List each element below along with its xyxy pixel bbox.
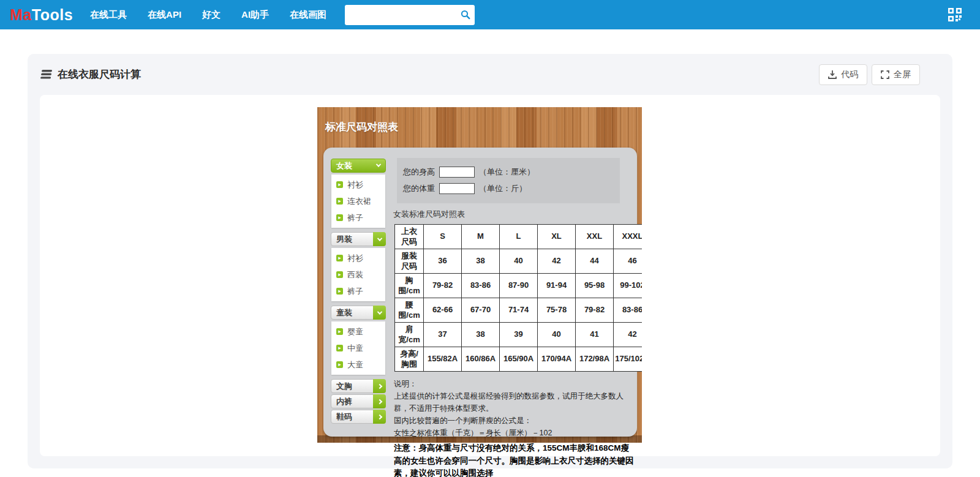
code-button-label: 代码 <box>841 69 858 80</box>
arrow-icon: ▸ <box>336 198 343 205</box>
sidebar-item-men-pants[interactable]: ▸裤子 <box>331 283 385 299</box>
page-title: 在线衣服尺码计算 <box>58 67 141 81</box>
table-cell: 42 <box>614 323 643 347</box>
sidebar-item-kids-big[interactable]: ▸大童 <box>331 356 385 373</box>
sidebar-head-underwear[interactable]: 内裤 <box>331 394 386 408</box>
site-logo[interactable]: MaTools <box>10 6 73 24</box>
table-cell: 79-82 <box>424 274 462 298</box>
table-cell: 83-86 <box>462 274 500 298</box>
arrow-icon: ▸ <box>336 214 343 221</box>
search-box <box>345 5 475 25</box>
chevron-button[interactable] <box>373 410 386 424</box>
table-row: 胸 围/cm 79-82 83-86 87-90 91-94 95-98 99-… <box>395 274 643 298</box>
table-cell: XXL <box>576 225 614 249</box>
sidebar-head-label: 鞋码 <box>336 411 352 423</box>
tool-card-header: 在线衣服尺码计算 代码 全屏 <box>28 54 952 95</box>
sidebar-head-shoes[interactable]: 鞋码 <box>331 410 386 424</box>
chevron-button[interactable] <box>373 306 386 320</box>
table-cell: 165/90A <box>500 347 538 372</box>
table-cell: S <box>424 225 462 249</box>
sidebar-head-men[interactable]: 男装 <box>331 232 386 246</box>
nav-item-ai-assistant[interactable]: AI助手 <box>241 9 269 21</box>
table-cell: 67-70 <box>462 298 500 323</box>
notes-line-2: 国内比较普遍的一个判断胖瘦的公式是： <box>394 415 634 427</box>
row-header: 服装 尺码 <box>395 249 424 274</box>
table-cell: 175/102A <box>614 347 643 372</box>
row-header: 上衣 尺码 <box>395 225 424 249</box>
table-cell: 155/82A <box>424 347 462 372</box>
table-row: 肩 宽/cm 37 38 39 40 41 42 <box>395 323 643 347</box>
table-cell: 40 <box>538 323 576 347</box>
code-button[interactable]: 代码 <box>819 64 867 85</box>
table-cell: 42 <box>538 249 576 274</box>
card-actions: 代码 全屏 <box>819 64 920 85</box>
sidebar-head-label: 女装 <box>336 160 352 171</box>
sidebar-head-label: 内裤 <box>336 396 352 407</box>
arrow-icon: ▸ <box>336 255 343 261</box>
row-header: 肩 宽/cm <box>395 323 424 347</box>
sidebar-item-kids-middle[interactable]: ▸中童 <box>331 340 385 356</box>
sidebar-submenu-women: ▸衬衫 ▸连衣裙 ▸裤子 <box>331 175 385 228</box>
fullscreen-button-label: 全屏 <box>894 69 911 80</box>
weight-label: 您的体重 <box>403 183 435 194</box>
table-cell: 62-66 <box>424 298 462 323</box>
qr-code-icon[interactable] <box>948 8 962 21</box>
sidebar-section-women: 女装 ▸衬衫 ▸连衣裙 ▸裤子 <box>331 159 386 228</box>
table-cell: 172/98A <box>576 347 614 372</box>
notes-formula: 女性之标准体重（千克）＝身长（厘米）－102 <box>394 427 634 439</box>
table-cell: 41 <box>576 323 614 347</box>
height-input[interactable] <box>439 167 475 178</box>
sidebar-item-women-shirt[interactable]: ▸衬衫 <box>331 176 385 193</box>
notes-heading: 说明： <box>394 378 634 390</box>
sidebar-head-bra[interactable]: 文胸 <box>331 379 386 393</box>
table-cell: 38 <box>462 249 500 274</box>
table-cell: XXXL <box>614 225 643 249</box>
table-cell: 160/86A <box>462 347 500 372</box>
sidebar-section-kids: 童装 ▸婴童 ▸中童 ▸大童 <box>331 306 386 375</box>
sidebar-item-kids-infant[interactable]: ▸婴童 <box>331 323 385 340</box>
sidebar-head-kids[interactable]: 童装 <box>331 306 386 320</box>
arrow-icon: ▸ <box>336 328 343 335</box>
table-cell: 75-78 <box>538 298 576 323</box>
table-cell: 83-86 <box>614 298 643 323</box>
table-cell: 71-74 <box>500 298 538 323</box>
widget-banner-title: 标准尺码对照表 <box>325 120 398 134</box>
chevron-button[interactable] <box>373 394 386 408</box>
table-cell: L <box>500 225 538 249</box>
page-title-wrap: 在线衣服尺码计算 <box>40 67 141 81</box>
table-row: 服装 尺码 36 38 40 42 44 46 <box>395 249 643 274</box>
fullscreen-icon <box>881 70 889 79</box>
sidebar-item-women-dress[interactable]: ▸连衣裙 <box>331 193 385 209</box>
arrow-icon: ▸ <box>336 288 343 295</box>
arrow-icon: ▸ <box>336 361 343 368</box>
sidebar-item-men-shirt[interactable]: ▸衬衫 <box>331 250 385 266</box>
category-sidebar: 女装 ▸衬衫 ▸连衣裙 ▸裤子 男装 ▸衬衫 ▸西装 ▸裤子 童装 <box>331 159 386 425</box>
sidebar-item-men-suit[interactable]: ▸西装 <box>331 266 385 283</box>
search-input[interactable] <box>350 5 461 25</box>
sidebar-item-label: 裤子 <box>347 212 363 223</box>
sidebar-head-women[interactable]: 女装 <box>331 159 386 173</box>
nav-item-online-draw[interactable]: 在线画图 <box>290 9 326 21</box>
size-table-clip: 上衣 尺码 S M L XL XXL XXXL 服装 尺码 36 38 40 4… <box>394 224 642 372</box>
nav-item-articles[interactable]: 好文 <box>202 9 221 21</box>
sidebar-item-label: 衬衫 <box>347 179 363 190</box>
list-icon <box>40 70 53 79</box>
chevron-button[interactable] <box>373 232 386 246</box>
chevron-right-icon <box>377 399 382 404</box>
search-icon[interactable] <box>461 10 470 20</box>
chevron-button[interactable] <box>373 379 386 393</box>
fullscreen-button[interactable]: 全屏 <box>872 64 920 85</box>
measure-form: 您的身高 （单位：厘米） 您的体重 （单位：斤） <box>397 158 620 203</box>
height-row: 您的身高 （单位：厘米） <box>397 163 620 180</box>
sidebar-head-label: 童装 <box>336 307 352 318</box>
sidebar-item-women-pants[interactable]: ▸裤子 <box>331 209 385 226</box>
notes-block: 说明： 上述提供的计算公式是根据经验得到的数据参数，试用于绝大多数人群，不适用于… <box>394 378 634 477</box>
nav-item-online-api[interactable]: 在线API <box>148 9 181 21</box>
table-cell: 36 <box>424 249 462 274</box>
sidebar-item-label: 婴童 <box>347 326 363 337</box>
nav-item-online-tools[interactable]: 在线工具 <box>90 9 127 21</box>
sidebar-item-label: 连衣裙 <box>347 196 371 207</box>
table-cell: 91-94 <box>538 274 576 298</box>
chevron-right-icon <box>377 383 382 388</box>
weight-input[interactable] <box>439 183 475 194</box>
